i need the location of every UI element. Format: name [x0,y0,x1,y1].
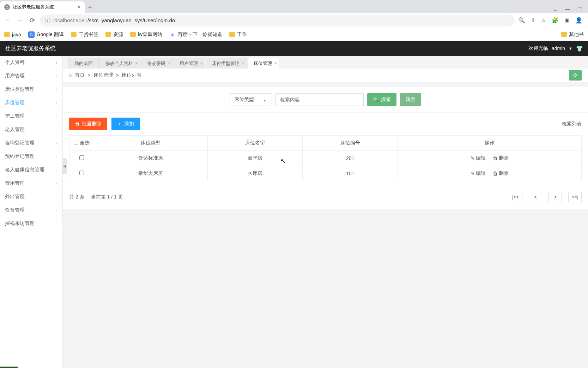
sidebar-item-bed-type[interactable]: 床位类型管理‹ [0,83,62,96]
tab-user-mgmt[interactable]: 用户管理× [174,58,205,69]
breadcrumb-sep: > [116,72,119,78]
row-checkbox[interactable] [79,171,84,175]
forward-button[interactable]: → [16,15,25,25]
maximize-icon[interactable]: ❐ [577,6,582,13]
reload-button[interactable]: ⟳ [28,15,36,26]
close-icon[interactable]: × [242,61,244,66]
sidebar-item-bed[interactable]: 床位管理› [0,96,62,109]
sidebar-item-food[interactable]: 饮食管理‹ [0,203,62,217]
content-tabs: 我的桌面 修改个人资料× 修改密码× 用户管理× 床位类型管理× 床位管理× [63,56,588,69]
star-icon[interactable]: ☆ [541,17,546,24]
share-icon[interactable]: ⇪ [531,17,535,24]
sidebar-item-elderly[interactable]: 老人管理‹ [0,123,62,136]
minimize-icon[interactable]: — [565,6,570,13]
bookmark-ganhuo[interactable]: 干货书签 [71,31,98,38]
data-table: 全选 床位类型 床位名字 床位编号 操作 舒适标准床 豪华房 201 ✎ [63,135,588,188]
edit-button[interactable]: ✎编辑 [471,170,486,177]
th-ops: 操作 [398,136,582,151]
bed-type-select[interactable]: 床位类型 ⌄ [230,93,272,106]
select-all-checkbox[interactable] [74,140,78,144]
back-button[interactable]: ← [3,15,12,25]
pencil-icon: ✎ [471,171,475,176]
breadcrumb-home[interactable]: 首页 [75,72,85,78]
folder-icon [4,32,10,37]
search-icon[interactable]: 🔍 [518,17,525,24]
chevron-down-icon: ⌄ [263,97,267,102]
cell-number: 101 [303,166,398,181]
profile-icon[interactable]: 👤 [575,17,582,24]
theme-icon[interactable]: 👕 [576,45,583,52]
bookmark-ziyuan[interactable]: 资源 [105,31,123,38]
cell-type: 舒适标准床 [94,151,208,166]
tab-title: 社区养老院服务系统 [13,4,74,10]
breadcrumb-l1[interactable]: 床位管理 [93,72,113,78]
bookmark-java[interactable]: java [4,32,21,37]
tab-edit-profile[interactable]: 修改个人资料× [99,58,140,69]
pager-prev[interactable]: < [529,192,542,202]
close-icon[interactable]: × [135,61,138,66]
pager-total: 共 2 条 [69,194,85,200]
trash-icon: 🗑 [493,155,498,161]
batch-delete-button[interactable]: 🗑 批量删除 [69,118,107,130]
sidebar-collapse-button[interactable]: ◀ [62,158,67,174]
browser-tabs: ⊙ 社区养老院服务系统 × + ⌄ — ❐ [0,0,588,13]
close-icon[interactable]: × [200,61,203,66]
tab-change-password[interactable]: 修改密码× [141,58,173,69]
tab-bed-type-mgmt[interactable]: 床位类型管理× [206,58,247,69]
site-info-icon[interactable]: i [45,18,50,23]
sidebar-item-caregiver[interactable]: 护工管理‹ [0,109,62,123]
pager-next[interactable]: > [548,192,562,202]
add-button[interactable]: ＋ 添加 [111,118,140,130]
clear-button[interactable]: 清空 [400,93,421,106]
tab-close-icon[interactable]: × [77,4,80,10]
search-bar: 床位类型 ⌄ 🔍 搜索 清空 [63,87,588,112]
bookmark-work[interactable]: 工作 [229,31,247,38]
tab-desktop[interactable]: 我的桌面 [68,58,99,69]
chevron-left-icon: ‹ [56,141,57,145]
delete-button[interactable]: 🗑删除 [493,155,509,161]
sidebar-item-reservation[interactable]: 预约登记管理‹ [0,150,62,163]
folder-icon [105,32,111,37]
panel-icon[interactable]: ▣ [564,17,570,24]
bookmark-google-translate[interactable]: GGoogle 翻译 [28,31,64,38]
refresh-button[interactable]: ⟳ [569,70,582,81]
pager-first[interactable]: |<< [509,192,522,202]
home-icon: ⌂ [69,72,72,78]
url-box[interactable]: i localhost:8081/ssm_yanglaoyuan_sys/Use… [40,14,515,26]
sidebar-item-outgoing[interactable]: 外出管理‹ [0,190,62,203]
new-tab-button[interactable]: + [85,2,95,13]
other-bookmarks[interactable]: 其他书 [561,31,584,38]
pager-current: 当前第 1 / 1 页 [91,194,123,200]
bookmark-lw[interactable]: lw查重网站 [130,31,162,38]
th-select: 全选 [69,136,94,151]
row-checkbox[interactable] [79,155,84,160]
delete-button[interactable]: 🗑删除 [493,170,509,177]
folder-icon [130,32,136,37]
sidebar-item-fee[interactable]: 费用管理‹ [0,177,62,190]
close-icon[interactable]: × [168,61,170,66]
search-button[interactable]: 🔍 搜索 [367,93,396,106]
cell-ops: ✎编辑 🗑删除 [398,151,582,166]
browser-tab-active[interactable]: ⊙ 社区养老院服务系统 × [0,1,85,13]
pager-last[interactable]: >>| [568,192,582,202]
welcome-text: 欢迎光临 [528,45,548,52]
extensions-icon[interactable]: 🧩 [552,17,559,24]
sidebar-item-visit[interactable]: 探视来访管理‹ [0,217,62,230]
sidebar-item-users[interactable]: 用户管理‹ [0,69,62,83]
sidebar-item-consult[interactable]: 咨询登记管理‹ [0,136,62,150]
tab-bed-mgmt[interactable]: 床位管理× [248,58,279,69]
chevron-down-icon[interactable]: ⌄ [553,6,558,13]
chevron-left-icon: ‹ [56,195,57,199]
folder-icon [71,32,77,37]
sidebar-item-health[interactable]: 老人健康信息管理‹ [0,163,62,177]
bookmark-baidu[interactable]: ❀百度一下，你就知道 [169,31,222,38]
user-menu[interactable]: 欢迎光临 admin ▼ 👕 [528,45,583,52]
chevron-left-icon: ‹ [56,154,57,159]
edit-button[interactable]: ✎编辑 [471,155,486,161]
close-icon[interactable]: × [274,61,277,66]
folder-icon [561,32,567,37]
sidebar-item-profile[interactable]: 个人资料▾ [0,56,62,69]
pagination: 共 2 条 当前第 1 / 1 页 |<< < > >>| [63,188,588,209]
search-input[interactable] [275,93,364,106]
username: admin [552,46,565,51]
